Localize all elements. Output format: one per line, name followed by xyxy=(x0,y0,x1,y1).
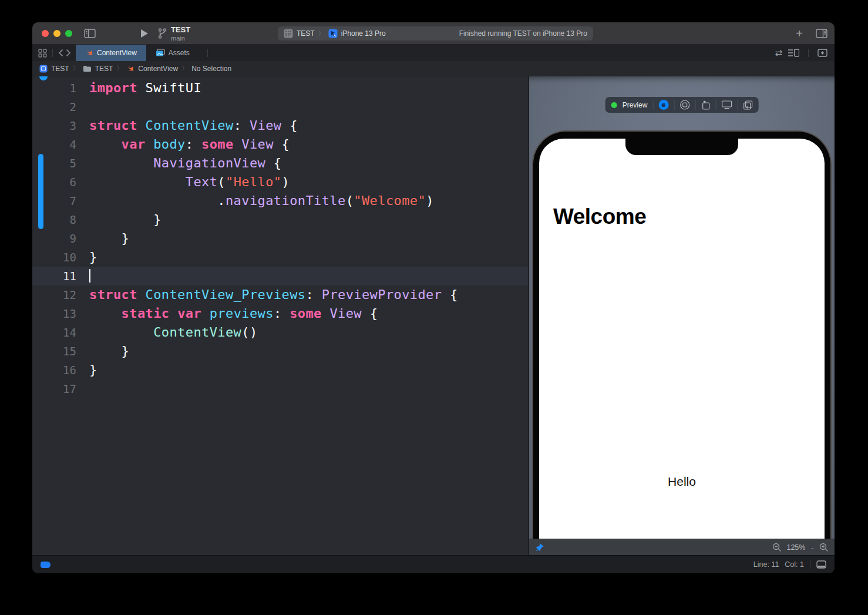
run-button[interactable] xyxy=(140,22,149,45)
nav-forward-icon[interactable] xyxy=(66,49,71,57)
preview-status-dot xyxy=(611,102,617,108)
activity-status-text: Finished running TEST on iPhone 13 Pro xyxy=(459,29,587,38)
code-line[interactable]: } xyxy=(32,361,528,379)
window-status-bar: Line: 11 Col: 1 xyxy=(32,555,835,573)
sidebar-toggle-icon[interactable] xyxy=(84,22,96,45)
title-bar: TEST main TEST 〉 iPhone 13 Pro Fini xyxy=(32,22,835,45)
line-number[interactable]: 1 xyxy=(32,79,76,98)
scheme-status-bar[interactable]: TEST 〉 iPhone 13 Pro Finished running TE… xyxy=(278,26,593,41)
line-number[interactable]: 10 xyxy=(32,248,76,267)
chevron-right-icon: 〉 xyxy=(318,29,325,38)
folder-icon xyxy=(83,65,92,72)
code-line[interactable]: } xyxy=(32,210,528,229)
tab-label: ContentView xyxy=(97,49,137,57)
code-line[interactable]: Text("Hello") xyxy=(32,173,528,191)
line-number[interactable]: 9 xyxy=(32,229,76,248)
traffic-lights xyxy=(42,30,72,37)
assets-icon xyxy=(156,49,165,57)
preview-pane: Welcome Hello Preview xyxy=(528,76,835,555)
display-icon[interactable] xyxy=(721,100,732,109)
line-number[interactable]: 16 xyxy=(32,361,76,379)
line-number[interactable]: 14 xyxy=(32,323,76,342)
jumpbar-item-selection[interactable]: No Selection xyxy=(191,65,231,73)
jumpbar-item-group[interactable]: TEST xyxy=(95,65,113,73)
scheme-branch-group[interactable]: TEST main xyxy=(158,25,190,42)
debug-area-toggle-icon[interactable] xyxy=(816,560,826,569)
tab-contentview[interactable]: ContentView xyxy=(76,45,146,61)
breakpoint-indicator-icon[interactable] xyxy=(41,562,51,568)
scheme-app-icon xyxy=(284,29,293,38)
code-line[interactable] xyxy=(32,379,528,398)
live-preview-icon[interactable] xyxy=(658,100,668,110)
code-line[interactable]: } xyxy=(32,229,528,248)
code-line[interactable]: var body: some View { xyxy=(32,135,528,154)
code-line[interactable]: NavigationView { xyxy=(32,154,528,173)
code-line[interactable]: import SwiftUI xyxy=(32,79,528,98)
tab-overview-grid-icon[interactable] xyxy=(38,49,47,58)
code-line[interactable]: struct ContentView_Previews: PreviewProv… xyxy=(32,285,528,304)
line-number[interactable]: 2 xyxy=(32,98,76,116)
jumpbar-item-project[interactable]: TEST xyxy=(51,65,69,73)
code-line[interactable]: static var previews: some View { xyxy=(32,304,528,323)
swift-file-icon xyxy=(85,49,93,57)
editor-layout-icon[interactable] xyxy=(816,29,827,38)
scheme-target-label[interactable]: TEST xyxy=(297,29,315,38)
source-change-bar[interactable] xyxy=(38,154,43,229)
line-number[interactable]: 15 xyxy=(32,342,76,361)
line-number[interactable]: 13 xyxy=(32,304,76,323)
chevron-right-icon: 〉 xyxy=(116,64,123,73)
preview-toolbar: Preview xyxy=(605,97,759,113)
zoom-button[interactable] xyxy=(65,30,72,37)
cursor-line-indicator: Line: 11 xyxy=(753,560,779,569)
line-number[interactable]: 3 xyxy=(32,116,76,135)
pin-icon[interactable] xyxy=(535,543,544,552)
editor-tab-bar: ContentView Assets ⇄ xyxy=(32,45,835,61)
simulator-icon xyxy=(328,29,338,38)
line-number[interactable]: 11 xyxy=(32,267,76,285)
iphone-13-pro-frame: Welcome Hello xyxy=(532,130,832,539)
scheme-device-label[interactable]: iPhone 13 Pro xyxy=(341,29,386,38)
project-app-icon xyxy=(39,65,48,73)
line-number[interactable]: 12 xyxy=(32,285,76,304)
preview-bottom-bar: 125% ⌄ xyxy=(529,539,835,555)
zoom-out-icon[interactable] xyxy=(772,543,782,552)
chevron-right-icon: 〉 xyxy=(181,64,188,73)
swift-file-icon xyxy=(126,65,134,73)
code-line[interactable]: } xyxy=(32,342,528,361)
code-review-icon[interactable]: ⇄ xyxy=(775,48,782,58)
zoom-level-value[interactable]: 125% xyxy=(786,543,805,552)
tab-assets[interactable]: Assets xyxy=(146,45,199,61)
minimize-button[interactable] xyxy=(53,30,60,37)
code-line[interactable]: } xyxy=(32,248,528,267)
code-line[interactable]: ContentView() xyxy=(32,323,528,342)
code-line[interactable]: struct ContentView: View { xyxy=(32,116,528,135)
add-tab-button[interactable]: + xyxy=(796,28,803,39)
chevron-down-icon[interactable]: ⌄ xyxy=(810,545,815,550)
jump-bar: TEST 〉 TEST 〉 ContentView 〉 No Selection xyxy=(32,61,835,76)
xcode-window: TEST main TEST 〉 iPhone 13 Pro Fini xyxy=(32,22,835,573)
branch-name: main xyxy=(171,35,190,42)
add-editor-icon[interactable] xyxy=(817,49,827,57)
preview-canvas[interactable]: Welcome Hello Preview xyxy=(529,76,835,539)
iphone-screen[interactable]: Welcome Hello xyxy=(539,139,825,539)
source-editor[interactable]: import SwiftUIstruct ContentView: View {… xyxy=(32,76,528,555)
line-number[interactable]: 4 xyxy=(32,135,76,154)
preview-body-text: Hello xyxy=(539,475,825,489)
zoom-in-icon[interactable] xyxy=(819,543,829,552)
code-line[interactable] xyxy=(32,98,528,116)
jumpbar-item-file[interactable]: ContentView xyxy=(138,65,178,73)
code-line[interactable]: .navigationTitle("Welcome") xyxy=(32,191,528,210)
chevron-right-icon: 〉 xyxy=(73,64,79,73)
tab-label: Assets xyxy=(169,49,190,57)
nav-back-icon[interactable] xyxy=(58,49,63,57)
editor-options-icon[interactable] xyxy=(788,49,799,57)
line-number-gutter[interactable]: 1234567891011121314151617 xyxy=(32,79,76,398)
inspect-preview-icon[interactable] xyxy=(679,100,689,110)
code-line[interactable] xyxy=(32,267,528,285)
close-button[interactable] xyxy=(42,30,49,37)
line-number[interactable]: 17 xyxy=(32,379,76,398)
code-area[interactable]: import SwiftUIstruct ContentView: View {… xyxy=(32,79,528,398)
preview-on-device-icon[interactable] xyxy=(701,100,710,110)
duplicate-preview-icon[interactable] xyxy=(743,100,752,110)
project-name: TEST xyxy=(171,25,190,34)
